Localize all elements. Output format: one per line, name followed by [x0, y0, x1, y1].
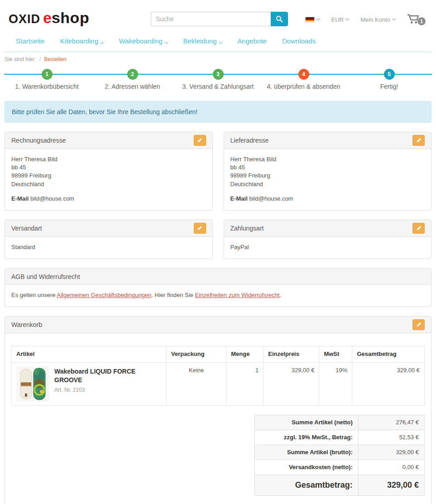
checkout-progress: 1 1. Warenkorbübersicht 2 2. Adressen wä…: [4, 69, 432, 90]
cart-panel: Warenkorb Artikel Verpackung Menge Einze…: [5, 316, 431, 504]
main-navigation: Startseite Kiteboarding Wakeboarding Bek…: [4, 32, 432, 52]
payment-method-title: Zahlungsart: [230, 225, 264, 232]
product-art-number: Art. Nr. 2103: [54, 386, 162, 394]
logo-text-oxid: OXID: [9, 12, 40, 26]
pencil-icon: [416, 226, 422, 231]
step-4-review-current[interactable]: 4 4. überprüfen & absenden: [261, 69, 346, 90]
grand-total-row: Gesamtbetrag: 329,00 €: [255, 475, 425, 496]
currency-label: EUR: [331, 16, 344, 23]
step-5-label: Fertig!: [346, 83, 432, 90]
logo-text-shop: shop: [52, 9, 89, 26]
edit-delivery-address-button[interactable]: [412, 135, 425, 146]
step-1-circle: 1: [42, 69, 53, 80]
item-quantity: 1: [226, 362, 264, 405]
billing-address-title: Rechnungsadresse: [11, 137, 66, 144]
totals-label: zzgl. 19% MwSt., Betrag:: [255, 430, 359, 445]
shipping-method-title: Versandart: [11, 225, 42, 232]
edit-shipping-method-button[interactable]: [194, 223, 206, 234]
totals-row-gross: Summe Artikel (brutto): 329,00 €: [255, 445, 425, 460]
email-value: bild@house.com: [30, 195, 74, 202]
col-header-packaging: Verpackung: [167, 346, 226, 362]
step-4-label: 4. überprüfen & absenden: [261, 83, 346, 90]
email-line: E-Mail bild@house.com: [11, 195, 206, 203]
item-total: 329,00 €: [352, 362, 425, 405]
edit-billing-address-button[interactable]: [194, 135, 206, 146]
email-value: bild@house.com: [249, 195, 293, 202]
terms-text: Es gelten unsere: [11, 292, 57, 298]
pencil-icon: [197, 226, 202, 231]
header: OXIDeshop EUR Mein Konto: [4, 0, 432, 32]
item-packaging: Keine: [167, 362, 226, 405]
pencil-icon: [416, 322, 422, 327]
nav-item-downloads[interactable]: Downloads: [282, 37, 316, 45]
cart-header-row: Artikel Verpackung Menge Einzelpreis MwS…: [12, 346, 425, 362]
email-label: E-Mail: [230, 195, 248, 202]
currency-selector[interactable]: EUR: [331, 16, 349, 23]
address-line: 98989 Freiburg: [230, 172, 425, 180]
breadcrumb-current[interactable]: Bestellen: [44, 56, 66, 62]
col-header-quantity: Menge: [226, 346, 264, 362]
col-header-vat: MwSt: [319, 346, 352, 362]
address-line: bb 45: [230, 163, 425, 172]
nav-item-wakeboarding[interactable]: Wakeboarding: [119, 37, 168, 45]
terms-text: . Hier finden Sie: [151, 292, 195, 298]
totals-row-vat: zzgl. 19% MwSt., Betrag: 52,53 €: [255, 430, 425, 445]
german-flag-icon: [305, 17, 315, 23]
address-line: 98989 Freiburg: [11, 172, 206, 180]
breadcrumb-prefix: Sie sind hier:: [5, 56, 36, 62]
step-4-circle: 4: [298, 69, 309, 80]
edit-payment-method-button[interactable]: [412, 223, 425, 234]
nav-item-startseite[interactable]: Startseite: [16, 37, 44, 45]
delivery-address-title: Lieferadresse: [230, 137, 269, 144]
language-selector[interactable]: [305, 17, 320, 23]
cart-items-table: Artikel Verpackung Menge Einzelpreis MwS…: [11, 346, 425, 405]
col-header-article: Artikel: [12, 346, 167, 362]
step-1-label: 1. Warenkorbübersicht: [4, 83, 90, 90]
totals-value: 52,53 €: [358, 430, 424, 445]
review-info-alert: Bitte prüfen Sie alle Daten, bevor Sie I…: [5, 101, 431, 123]
shipping-method-panel: Versandart Standard: [5, 220, 213, 259]
shipping-method-value: Standard: [11, 243, 206, 251]
address-line: Deutschland: [230, 180, 425, 188]
step-2-label: 2. Adressen wählen: [90, 83, 175, 90]
item-vat: 19%: [319, 362, 352, 405]
billing-address-panel: Rechnungsadresse Herr Theresa Bild bb 45…: [5, 132, 213, 211]
withdrawal-link[interactable]: Einzelheiten zum Widerrufsrecht: [195, 292, 279, 298]
step-3-circle: 3: [213, 69, 224, 80]
step-2-addresses[interactable]: 2 2. Adressen wählen: [90, 69, 175, 90]
chevron-down-icon: [392, 17, 396, 20]
cart-item-row: Wakeboard LIQUID FORCE GROOVE Art. Nr. 2…: [12, 362, 425, 405]
terms-text: .: [280, 292, 282, 298]
step-3-shipping-payment[interactable]: 3 3. Versand & Zahlungsart: [175, 69, 261, 90]
nav-item-kiteboarding[interactable]: Kiteboarding: [60, 37, 103, 45]
totals-row-shipping: Versandkosten (netto): 0,00 €: [255, 460, 425, 475]
step-1-basket[interactable]: 1 1. Warenkorbübersicht: [4, 69, 90, 90]
item-unit-price: 329,00 €: [264, 362, 319, 405]
product-title[interactable]: Wakeboard LIQUID FORCE GROOVE: [54, 366, 162, 385]
address-line: Herr Theresa Bild: [11, 155, 206, 163]
chevron-down-icon: [345, 17, 349, 20]
address-line: bb 45: [11, 163, 206, 172]
shop-logo[interactable]: OXIDeshop: [9, 9, 89, 27]
search-form: [151, 12, 288, 26]
product-image: [16, 366, 49, 402]
chevron-down-icon: [316, 17, 320, 20]
search-input[interactable]: [151, 12, 271, 26]
totals-row-net: Summe Artikel (netto) 276,47 €: [255, 415, 425, 430]
nav-item-bekleidung[interactable]: Bekleidung: [183, 37, 221, 45]
edit-cart-button[interactable]: [412, 319, 425, 330]
logo-text-e: e: [43, 9, 52, 26]
chevron-down-icon: [165, 41, 168, 44]
account-menu[interactable]: Mein Konto: [360, 16, 395, 23]
terms-link[interactable]: Allgemeinen Geschäftsbedingungen: [57, 292, 151, 298]
grand-total-label: Gesamtbetrag:: [255, 475, 359, 496]
email-line: E-Mail bild@house.com: [230, 195, 425, 203]
address-line: Deutschland: [11, 180, 206, 188]
address-line: Herr Theresa Bild: [230, 155, 425, 163]
minibasket-button[interactable]: 1: [407, 14, 426, 25]
cart-title: Warenkorb: [11, 321, 42, 328]
cart-count-badge: 1: [417, 17, 426, 25]
nav-item-angebote[interactable]: Angebote: [237, 37, 266, 45]
search-button[interactable]: [271, 12, 288, 26]
breadcrumb: Sie sind hier: / Bestellen: [4, 52, 432, 65]
